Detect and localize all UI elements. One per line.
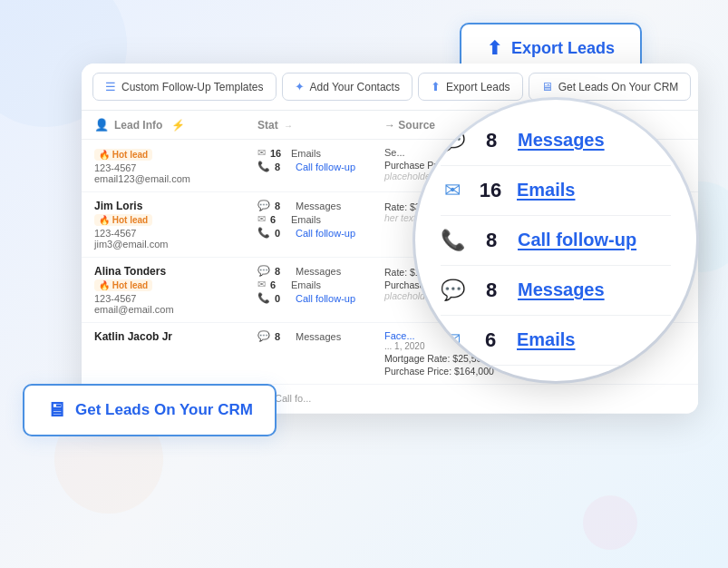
envelope-icon: ✉ xyxy=(257,147,266,159)
call-followup-link[interactable]: Call follow-up xyxy=(296,162,355,172)
mag-num: 16 xyxy=(477,179,504,202)
magnifier-overlay: 💬 8 Messages ✉ 16 Emails 📞 8 Call follow… xyxy=(415,100,696,381)
stat-type: Messages xyxy=(296,201,341,211)
mag-num: 8 xyxy=(478,129,505,152)
phone-icon: 📞 xyxy=(257,227,270,239)
stat-type: Messages xyxy=(296,266,341,277)
mag-num: 8 xyxy=(478,279,505,302)
mag-row-messages-2: 💬 8 Messages xyxy=(441,266,671,316)
call-followup-link[interactable]: Call follow-up xyxy=(296,228,355,239)
filter-icon[interactable]: ⚡ xyxy=(171,119,185,132)
lead-name: Jim Loris xyxy=(94,200,257,212)
col-stat: Stat → xyxy=(257,119,384,132)
mag-row-emails-1: ✉ 16 Emails xyxy=(441,166,671,216)
mag-label: Emails xyxy=(517,180,575,201)
lead-info-cell: Alina Tonders 🔥 Hot lead 123-4567 email@… xyxy=(94,265,257,315)
export-leads-label: Export Leads xyxy=(511,39,615,58)
stat-num: 8 xyxy=(275,162,291,172)
stat-cell: 💬 8 Messages xyxy=(257,330,384,377)
tab-bar: ☰ Custom Follow-Up Templates ✦ Add Your … xyxy=(82,64,698,111)
stat-cell: 📞 Call fo... xyxy=(257,392,384,406)
mag-num: 6 xyxy=(477,328,504,352)
lead-name: Alina Tonders xyxy=(94,265,257,278)
lead-phone: 123-4567 xyxy=(94,162,257,173)
lead-info-cell: Katlin Jacob Jr xyxy=(94,330,257,377)
col-source-label: → Source xyxy=(384,119,435,132)
lead-info-icon: 👤 xyxy=(94,118,109,132)
stat-num: 0 xyxy=(275,293,291,304)
lead-phone: 123-4567 xyxy=(94,293,257,304)
stat-num: 6 xyxy=(270,279,286,290)
stat-type: Messages xyxy=(296,331,341,342)
envelope-icon: ✉ xyxy=(441,179,464,202)
lead-email: email@email.com xyxy=(94,304,257,315)
mag-label: Emails xyxy=(517,329,575,350)
message-icon: 💬 xyxy=(257,265,270,277)
stat-type: Emails xyxy=(291,279,321,290)
message-icon: 💬 xyxy=(257,200,270,211)
call-fo-text: Call fo... xyxy=(275,393,311,404)
stat-cell: 💬 8 Messages ✉ 6 Emails 📞 0 Call follow-… xyxy=(257,200,384,250)
phone-icon: 📞 xyxy=(257,292,270,304)
mag-num: 8 xyxy=(478,229,505,252)
stat-num: 6 xyxy=(270,214,286,225)
hot-lead-badge: 🔥 Hot lead xyxy=(94,279,152,291)
col-lead-label: Lead Info xyxy=(114,119,162,132)
lead-info-cell: Jim Loris 🔥 Hot lead 123-4567 jim3@email… xyxy=(94,200,257,250)
col-stat-label: Stat xyxy=(257,119,278,132)
source-link[interactable]: Face... xyxy=(384,330,415,341)
lead-info-cell: 🔥 Hot lead 123-4567 email123@email.com xyxy=(94,147,257,184)
tab-export-icon: ⬆ xyxy=(431,80,441,93)
crm-icon: 🖥 xyxy=(46,398,66,422)
source-cell xyxy=(384,392,685,406)
mag-label: Messages xyxy=(518,130,605,151)
tab-get-leads-crm[interactable]: 🖥 Get Leads On Your CRM xyxy=(529,73,692,101)
phone-icon: 📞 xyxy=(257,161,270,172)
message-icon: 💬 xyxy=(441,279,465,302)
tab-export-leads[interactable]: ⬆ Export Leads xyxy=(418,73,523,101)
hot-lead-badge: 🔥 Hot lead xyxy=(94,214,152,226)
col-lead-info: 👤 Lead Info ⚡ xyxy=(94,118,257,132)
lead-email: email123@email.com xyxy=(94,173,257,184)
export-icon: ⬆ xyxy=(487,37,502,59)
lead-phone: 123-4567 xyxy=(94,228,257,239)
get-leads-crm-button[interactable]: 🖥 Get Leads On Your CRM xyxy=(23,384,277,436)
stat-type: Emails xyxy=(291,148,321,159)
message-icon: 💬 xyxy=(257,330,270,342)
stat-num: 8 xyxy=(275,266,291,277)
envelope-icon: ✉ xyxy=(257,279,266,290)
mag-label: Messages xyxy=(518,279,605,300)
stat-num: 8 xyxy=(275,331,291,342)
add-contacts-icon: ✦ xyxy=(295,80,305,93)
mag-label: Call follow-up xyxy=(518,230,636,250)
hot-lead-badge: 🔥 Hot lead xyxy=(94,149,152,161)
crm-btn-label: Get Leads On Your CRM xyxy=(75,401,253,419)
tab-get-leads-crm-label: Get Leads On Your CRM xyxy=(558,81,679,93)
call-followup-link[interactable]: Call follow-up xyxy=(296,293,355,304)
tab-crm-icon: 🖥 xyxy=(541,80,553,93)
stat-num: 0 xyxy=(275,228,291,239)
stat-type: Emails xyxy=(291,214,321,225)
tab-custom-follow-up[interactable]: ☰ Custom Follow-Up Templates xyxy=(92,73,277,101)
mag-row-call: 📞 8 Call follow-up xyxy=(441,216,671,266)
lead-email: jim3@email.com xyxy=(94,239,257,250)
tab-custom-follow-up-label: Custom Follow-Up Templates xyxy=(121,81,264,93)
lead-name: Katlin Jacob Jr xyxy=(94,330,257,343)
envelope-icon: ✉ xyxy=(257,213,266,225)
scene: ⬆ Export Leads ☰ Custom Follow-Up Templa… xyxy=(0,0,728,568)
stat-num: 16 xyxy=(270,148,286,159)
custom-follow-up-icon: ☰ xyxy=(105,80,116,93)
phone-icon: 📞 xyxy=(441,229,465,252)
tab-export-leads-label: Export Leads xyxy=(446,81,510,93)
tab-add-contacts[interactable]: ✦ Add Your Contacts xyxy=(282,73,413,101)
stat-num: 8 xyxy=(275,201,291,211)
stat-cell: ✉ 16 Emails 📞 8 Call follow-up xyxy=(257,147,384,184)
stat-cell: 💬 8 Messages ✉ 6 Emails 📞 0 Call follow-… xyxy=(257,265,384,315)
tab-add-contacts-label: Add Your Contacts xyxy=(310,81,400,93)
